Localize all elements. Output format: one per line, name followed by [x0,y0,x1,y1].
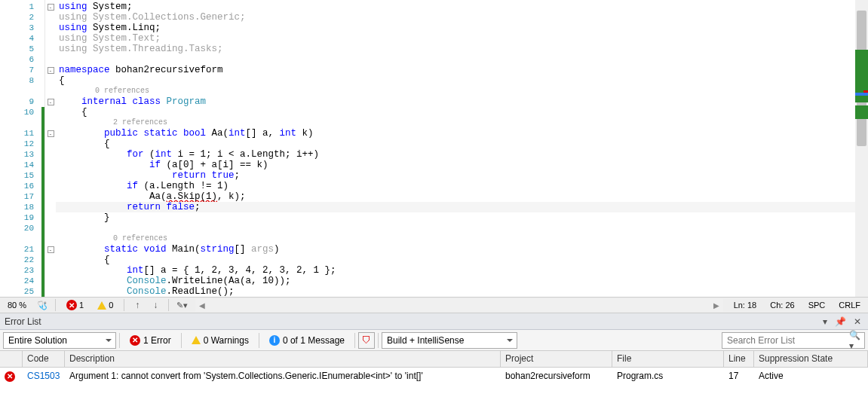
col-code[interactable]: Code [23,351,65,367]
error-row[interactable]: ✕ CS1503 Argument 1: cannot convert from… [0,368,868,385]
fold-toggle[interactable]: - [48,99,54,105]
fold-toggle[interactable]: - [48,246,54,253]
error-line: 17 [724,371,754,382]
fold-toggle[interactable]: - [48,130,54,137]
error-list-toolbar: Entire Solution ✕ 1 Error 0 Warnings i 0… [0,330,868,351]
error-count[interactable]: ✕1 [63,300,87,310]
health-icon[interactable]: 🩺 [37,301,48,310]
close-icon[interactable]: ✕ [851,316,863,327]
prev-issue-button[interactable]: ↑ [132,300,143,310]
error-description: Argument 1: cannot convert from 'System.… [65,371,501,382]
error-list-header[interactable]: Error List ▾ 📌 ✕ [0,313,868,330]
brush-icon[interactable]: ✎▾ [176,301,188,310]
error-project: bohan2recursiveform [501,371,612,382]
search-error-list[interactable]: 🔍▾ [722,332,865,349]
editor-status-bar: 80 % 🩺 ✕1 0 ↑ ↓ ✎▾ ◀ ▶ Ln: 18 Ch: 26 SPC… [0,297,868,313]
indent-mode[interactable]: SPC [805,301,829,310]
error-icon: ✕ [5,371,15,382]
warning-icon [97,301,106,310]
panel-title: Error List [5,316,41,327]
fold-toggle[interactable]: - [48,67,54,74]
scroll-right-button[interactable]: ▶ [710,301,723,310]
scope-dropdown[interactable]: Entire Solution [3,332,116,349]
pin-icon[interactable]: 📌 [833,316,848,327]
filter-icon: ⛉ [362,335,371,346]
col-suppression[interactable]: Suppression State [754,351,868,367]
outline-column: - - - - - [45,0,56,297]
code-text-area[interactable]: using System; using System.Collections.G… [56,0,868,297]
messages-filter-button[interactable]: i 0 of 1 Message [262,332,351,349]
info-icon: i [269,335,280,346]
scroll-left-button[interactable]: ◀ [195,301,208,310]
line-number: 1 [0,2,44,12]
error-list-body: ✕ CS1503 Argument 1: cannot convert from… [0,368,868,406]
codelens-references[interactable]: 0 references [56,234,868,244]
current-line: return false; [56,202,868,212]
error-list-columns[interactable]: Code Description Project File Line Suppr… [0,351,868,368]
clear-filter-button[interactable]: ⛉ [358,332,375,349]
line-number-gutter: 1 2 3 4 5 6 7 8 9 10 11 12 13 14 15 16 1… [0,0,45,297]
error-code[interactable]: CS1503 [23,371,65,382]
search-icon[interactable]: 🔍▾ [845,330,865,351]
source-dropdown[interactable]: Build + IntelliSense [382,332,517,349]
code-editor[interactable]: 1 2 3 4 5 6 7 8 9 10 11 12 13 14 15 16 1… [0,0,868,297]
col-file[interactable]: File [612,351,724,367]
codelens-references[interactable]: 2 references [56,118,868,128]
error-file: Program.cs [612,371,724,382]
warnings-filter-button[interactable]: 0 Warnings [185,332,256,349]
caret-line: Ln: 18 [731,301,760,310]
codelens-references[interactable]: 0 references [56,86,868,96]
col-description[interactable]: Description [65,351,501,367]
col-line[interactable]: Line [724,351,754,367]
error-icon: ✕ [66,300,77,310]
warning-icon [192,336,201,344]
window-position-icon[interactable]: ▾ [820,316,830,327]
error-icon: ✕ [130,335,140,346]
search-input[interactable] [722,335,845,346]
zoom-level[interactable]: 80 % [5,301,29,310]
error-suppression: Active [754,371,868,382]
caret-col: Ch: 26 [767,301,797,310]
vertical-scrollbar[interactable] [855,0,868,297]
error-squiggle[interactable]: a.Skip(1) [167,191,218,202]
next-issue-button[interactable]: ↓ [150,300,161,310]
warning-count[interactable]: 0 [94,301,116,310]
line-ending[interactable]: CRLF [836,301,863,310]
errors-filter-button[interactable]: ✕ 1 Error [123,332,178,349]
col-project[interactable]: Project [501,351,612,367]
fold-toggle[interactable]: - [48,4,54,11]
